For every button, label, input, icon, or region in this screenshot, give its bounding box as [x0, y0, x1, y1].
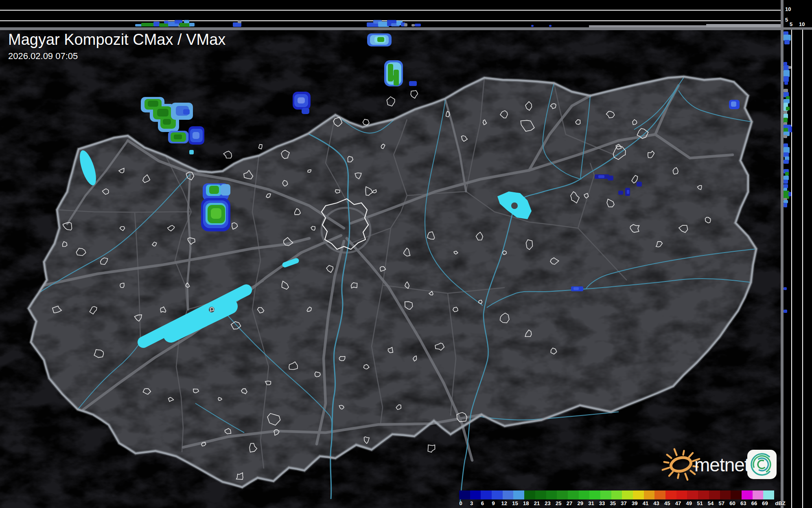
legend-color-swatch — [611, 490, 622, 499]
radar-echo — [163, 119, 171, 125]
legend-color-swatch — [698, 490, 709, 499]
legend-color-swatch — [524, 490, 535, 499]
radar-echo — [157, 109, 169, 117]
echo-profile-block — [788, 192, 791, 196]
echo-profile-block — [784, 203, 787, 207]
radar-echo — [598, 175, 604, 178]
legend-tick-label: 33 — [599, 500, 605, 506]
legend-tick-label: 63 — [740, 500, 746, 506]
dbz-legend: 0369121518212325272931333537394143454749… — [459, 490, 781, 508]
legend-tick-label: 12 — [501, 500, 507, 506]
spiral-app-icon — [747, 449, 777, 479]
gridline-10km — [802, 30, 803, 508]
legend-tick-label: 49 — [686, 500, 692, 506]
echo-profile-block — [784, 160, 789, 164]
radar-echo — [298, 97, 305, 103]
radar-echo — [377, 37, 384, 42]
gridline-5km — [791, 30, 792, 508]
legend-tick-label: 51 — [697, 500, 703, 506]
right-axis-label-5: 5 — [790, 21, 792, 27]
legend-color-swatch — [731, 490, 742, 499]
legend-tick-label: 66 — [751, 500, 757, 506]
timestamp: 2026.02.09 07:05 — [8, 51, 225, 62]
legend-color-swatch — [600, 490, 611, 499]
echo-profile-block — [789, 126, 792, 132]
echo-profile-block — [415, 24, 421, 26]
legend-tick-label: 29 — [577, 500, 583, 506]
echo-profile-block — [531, 25, 534, 27]
legend-color-swatch — [470, 490, 481, 499]
radar-echo — [302, 108, 309, 114]
legend-color-swatch — [622, 490, 633, 499]
legend-color-swatch — [665, 490, 676, 499]
radar-echo — [627, 190, 629, 194]
legend-tick-label: 43 — [653, 500, 659, 506]
legend-tick-label: 31 — [588, 500, 594, 506]
axis-corner: 10 5 5 10 — [784, 0, 812, 27]
radar-echo — [183, 109, 190, 114]
echo-profile-block — [784, 81, 788, 85]
legend-color-swatch — [557, 490, 568, 499]
legend-color-swatch — [492, 490, 503, 499]
legend-tick-label: 0 — [459, 500, 462, 506]
legend-tick-label: 60 — [729, 500, 735, 506]
title-block: Magyar Kompozit CMax / VMax 2026.02.09 0… — [8, 31, 225, 62]
radar-map[interactable]: metnet — [0, 0, 812, 508]
strip-separator-vertical — [781, 0, 784, 508]
legend-tick-label: 35 — [610, 500, 616, 506]
echo-profile-block — [788, 66, 791, 69]
radar-echo — [209, 186, 219, 194]
echo-profile-block — [784, 310, 787, 313]
radar-echo — [174, 134, 182, 139]
legend-tick-label: 21 — [534, 500, 540, 506]
legend-color-swatch — [579, 490, 590, 499]
legend-color-swatch — [535, 490, 546, 499]
echo-profile-block — [159, 23, 169, 27]
legend-tick-label: 54 — [708, 500, 714, 506]
legend-color-swatch — [654, 490, 665, 499]
echo-profile-block — [785, 172, 789, 176]
radar-echo — [573, 287, 579, 290]
echo-profile-block — [786, 107, 790, 110]
legend-color-swatch — [687, 490, 698, 499]
legend-color-swatch — [720, 490, 731, 499]
top-axis-label-5: 5 — [785, 17, 788, 23]
echo-profile-block — [238, 21, 241, 23]
vertical-cross-section-right — [784, 30, 812, 508]
legend-tick-label: 9 — [492, 500, 495, 506]
legend-tick-label: 15 — [512, 500, 518, 506]
legend-color-swatch — [709, 490, 720, 499]
legend-color-swatch — [503, 490, 514, 499]
legend-color-swatch — [568, 490, 579, 499]
echo-profile-block — [189, 23, 195, 26]
legend-tick-label: 18 — [523, 500, 529, 506]
radar-echo — [409, 81, 417, 86]
legend-tick-label: 69 — [762, 500, 768, 506]
echo-profile-block — [184, 20, 189, 23]
legend-tick-label: 3 — [470, 500, 473, 506]
legend-tick-label: 23 — [545, 500, 550, 506]
legend-tick-label: 6 — [481, 500, 484, 506]
echo-profile-block — [411, 24, 415, 26]
echo-profile-block — [549, 25, 552, 27]
legend-color-swatch — [546, 490, 557, 499]
strip-separator-horizontal — [0, 27, 812, 30]
radar-echo — [390, 75, 398, 80]
echo-profile-block — [784, 40, 790, 44]
legend-tick-label: 57 — [719, 500, 724, 506]
echo-profile-block — [784, 135, 787, 138]
echo-profile-block — [784, 287, 787, 290]
legend-tick-label: 27 — [567, 500, 572, 506]
radar-echo — [608, 176, 613, 180]
legend-color-swatch — [742, 490, 753, 499]
right-axis-label-10: 10 — [799, 21, 805, 27]
legend-color-swatch — [676, 490, 687, 499]
vertical-cross-section-top — [0, 0, 781, 27]
legend-color-swatch — [753, 490, 764, 499]
radar-echo — [148, 101, 158, 107]
gridline-10km — [0, 10, 781, 11]
radar-app-window: metnet 10 5 5 10 Magyar Kompozit CMax / — [0, 0, 812, 508]
radar-echo — [731, 101, 736, 107]
legend-tick-label: 45 — [664, 500, 670, 506]
radar-echo — [221, 184, 230, 196]
